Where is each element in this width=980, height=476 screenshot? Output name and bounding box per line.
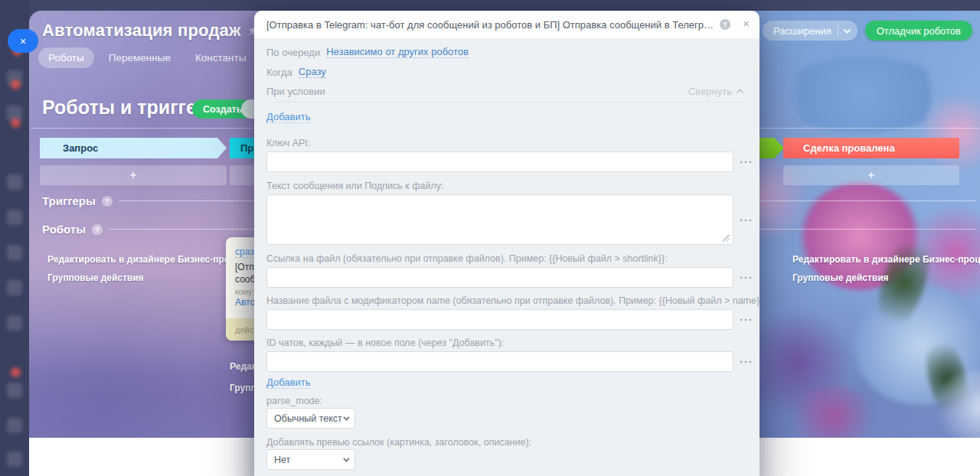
link-preview-value: Нет [274, 455, 290, 465]
group-actions-link[interactable]: Групповые действия [47, 272, 144, 283]
file-link-input[interactable] [266, 267, 733, 288]
chat-id-input[interactable] [266, 351, 733, 372]
file-name-label: Название файла с модификатором name (обя… [266, 295, 760, 306]
add-robot-button[interactable]: + [783, 165, 959, 185]
file-name-input[interactable] [266, 309, 733, 330]
close-slider-button[interactable]: × [8, 29, 38, 53]
link-preview-select[interactable]: Нет [266, 449, 355, 470]
chevron-up-icon [737, 89, 744, 96]
queue-label: По очереди [266, 47, 320, 58]
group-actions-link[interactable]: Групповые действия [792, 272, 889, 283]
divider [266, 102, 747, 103]
tab-peremennye[interactable]: Переменные [99, 47, 181, 68]
queue-value-link[interactable]: Независимо от других роботов [326, 46, 469, 58]
extensions-button[interactable]: Расширения [763, 21, 858, 41]
robot-debugger-button[interactable]: Отладчик роботов [865, 21, 972, 41]
page-title-text: Автоматизация продаж [42, 21, 241, 41]
parse-mode-label: parse_mode: [266, 396, 322, 406]
collapse-label: Свернуть [688, 86, 732, 97]
message-text-textarea[interactable] [266, 194, 733, 245]
field-menu-button[interactable]: ··· [738, 267, 755, 288]
link-preview-label: Добавлять превью ссылок (картинка, загол… [266, 437, 531, 448]
api-key-input[interactable] [266, 152, 733, 172]
triggers-section-label: Триггеры [42, 194, 96, 207]
chevron-down-icon [343, 414, 349, 420]
message-text-label: Текст сообщения или Подпись к файлу: [266, 181, 443, 191]
resize-handle-icon[interactable] [723, 235, 730, 242]
when-label: Когда [266, 67, 292, 78]
field-menu-button[interactable]: ··· [738, 351, 755, 372]
help-icon[interactable]: ? [92, 224, 103, 235]
page-title: Автоматизация продаж [42, 21, 260, 41]
add-condition-link[interactable]: Добавить [266, 111, 310, 123]
help-icon[interactable]: ? [720, 19, 730, 30]
modal-title: [Отправка в Telegram: чат-бот для сообще… [266, 19, 714, 31]
sidebar-menu-icons [0, 0, 29, 476]
tab-roboty[interactable]: Роботы [38, 47, 94, 68]
extensions-label: Расширения [773, 25, 831, 37]
field-menu-button[interactable]: ··· [738, 152, 755, 172]
robots-section-label: Роботы [42, 223, 86, 236]
add-robot-button[interactable]: + [40, 165, 227, 185]
stage-zapros[interactable]: Запрос [40, 138, 227, 158]
when-value-link[interactable]: Сразу [299, 66, 326, 78]
file-link-label: Ссылка на файл (обязательно при отправке… [266, 253, 668, 264]
modal-header: [Отправка в Telegram: чат-бот для сообще… [254, 11, 760, 38]
close-icon: × [20, 35, 26, 47]
stage-sdelka-provalena[interactable]: Сделка провалена [783, 138, 959, 158]
screen: × Автоматизация продаж Роботы П [0, 0, 980, 476]
close-icon[interactable]: × [743, 18, 750, 29]
chat-ids-label: ID чатов, каждый — в новое поле (через "… [266, 337, 504, 348]
chevron-down-icon [343, 455, 349, 461]
chevron-down-icon [843, 26, 851, 34]
divider [838, 25, 838, 36]
parse-mode-value: Обычный текст [274, 413, 342, 424]
edit-in-bp-designer-link[interactable]: Редактировать в дизайнере Бизнес-процесс… [792, 254, 980, 265]
robot-settings-modal: [Отправка в Telegram: чат-бот для сообще… [254, 11, 760, 476]
parse-mode-select[interactable]: Обычный текст [266, 408, 355, 429]
tab-konstanty[interactable]: Константы [185, 47, 256, 68]
debugger-label: Отладчик роботов [877, 25, 961, 37]
collapse-button[interactable]: Свернуть [688, 86, 743, 97]
help-icon[interactable]: ? [102, 196, 113, 207]
app-sidebar [0, 0, 29, 476]
add-chat-link[interactable]: Добавить [266, 377, 310, 389]
api-key-label: Ключ API: [266, 138, 310, 148]
condition-label: При условии [266, 86, 325, 97]
field-menu-button[interactable]: ··· [738, 210, 755, 230]
field-menu-button[interactable]: ··· [738, 309, 755, 330]
